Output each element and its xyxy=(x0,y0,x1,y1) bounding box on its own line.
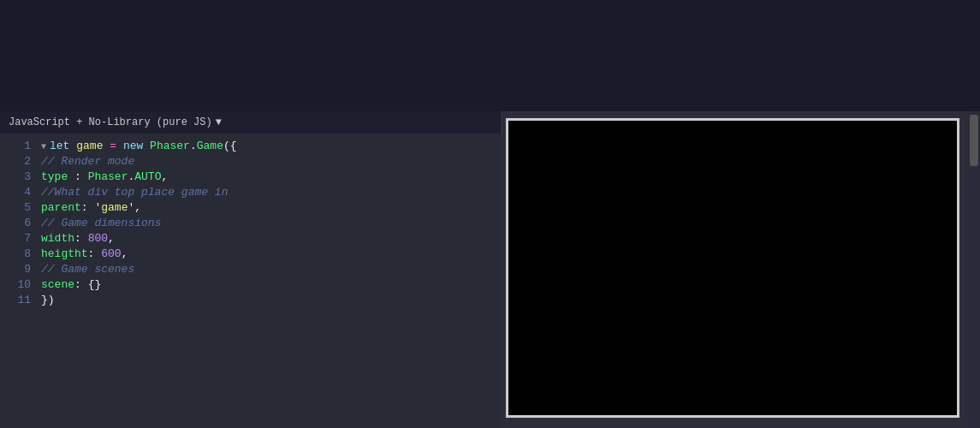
preview-frame xyxy=(506,118,959,418)
line-number: 1 xyxy=(7,139,31,154)
language-selector[interactable]: JavaScript + No-Library (pure JS) ▼ xyxy=(0,111,501,134)
line-content[interactable]: // Game scenes xyxy=(41,262,134,277)
line-content[interactable]: ▼let game = new Phaser.Game({ xyxy=(41,139,237,155)
line-content[interactable]: type : Phaser.AUTO, xyxy=(41,169,168,185)
code-line: 8heigtht: 600, xyxy=(0,247,501,262)
code-line: 5parent: 'game', xyxy=(0,200,501,216)
code-line: 3type : Phaser.AUTO, xyxy=(0,169,501,185)
editor-panel: JavaScript + No-Library (pure JS) ▼ 1▼le… xyxy=(0,111,501,428)
line-number: 4 xyxy=(7,185,31,200)
code-line: 10scene: {} xyxy=(0,277,501,293)
line-content[interactable]: }) xyxy=(41,293,55,308)
code-line: 11}) xyxy=(0,293,501,308)
main-area: JavaScript + No-Library (pure JS) ▼ 1▼le… xyxy=(0,111,980,428)
code-line: 2// Render mode xyxy=(0,154,501,169)
line-number: 3 xyxy=(7,169,31,185)
line-number: 7 xyxy=(7,231,31,247)
code-editor[interactable]: 1▼let game = new Phaser.Game({2// Render… xyxy=(0,134,501,428)
preview-canvas xyxy=(508,121,957,415)
line-content[interactable]: width: 800, xyxy=(41,231,115,247)
scrollbar-thumb[interactable] xyxy=(970,115,978,166)
preview-panel xyxy=(501,111,980,428)
line-content[interactable]: parent: 'game', xyxy=(41,200,141,216)
code-line: 4//What div top place game in xyxy=(0,185,501,200)
line-content[interactable]: // Render mode xyxy=(41,154,134,169)
line-number: 9 xyxy=(7,262,31,277)
line-content[interactable]: heigtht: 600, xyxy=(41,247,128,262)
preview-scrollbar[interactable] xyxy=(968,111,980,428)
dropdown-arrow-icon: ▼ xyxy=(216,116,222,128)
line-number: 10 xyxy=(7,277,31,293)
line-number: 5 xyxy=(7,200,31,216)
line-number: 2 xyxy=(7,154,31,169)
line-content[interactable]: //What div top place game in xyxy=(41,185,228,200)
line-number: 11 xyxy=(7,293,31,308)
top-bar xyxy=(0,0,980,111)
line-number: 8 xyxy=(7,247,31,262)
language-label: JavaScript + No-Library (pure JS) xyxy=(9,116,212,128)
code-line: 6// Game dimensions xyxy=(0,216,501,231)
line-content[interactable]: scene: {} xyxy=(41,277,101,293)
code-line: 1▼let game = new Phaser.Game({ xyxy=(0,139,501,154)
code-line: 9// Game scenes xyxy=(0,262,501,277)
line-number: 6 xyxy=(7,216,31,231)
code-line: 7width: 800, xyxy=(0,231,501,247)
line-content[interactable]: // Game dimensions xyxy=(41,216,161,231)
